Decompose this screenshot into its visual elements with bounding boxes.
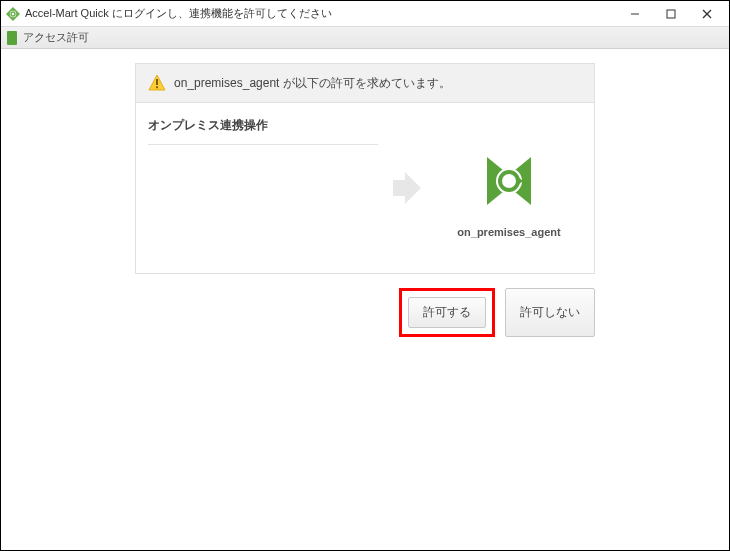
svg-rect-8 bbox=[156, 79, 158, 85]
content-area: on_premises_agent が以下の許可を求めています。 オンプレミス連… bbox=[1, 53, 729, 550]
permission-dialog: on_premises_agent が以下の許可を求めています。 オンプレミス連… bbox=[135, 63, 595, 274]
window-titlebar: Accel-Mart Quick にログインし、連携機能を許可してください bbox=[1, 1, 729, 27]
window-controls bbox=[617, 3, 725, 25]
permission-list: オンプレミス連携操作 bbox=[136, 103, 390, 273]
highlight-allow: 許可する bbox=[399, 288, 495, 337]
svg-rect-9 bbox=[156, 86, 158, 88]
sub-toolbar-label: アクセス許可 bbox=[23, 30, 89, 45]
window-title: Accel-Mart Quick にログインし、連携機能を許可してください bbox=[25, 6, 617, 21]
agent-name: on_premises_agent bbox=[457, 226, 560, 238]
permission-item: オンプレミス連携操作 bbox=[148, 117, 378, 145]
allow-button[interactable]: 許可する bbox=[408, 297, 486, 328]
deny-button[interactable]: 許可しない bbox=[505, 288, 595, 337]
svg-marker-10 bbox=[393, 172, 421, 204]
sub-toolbar: アクセス許可 bbox=[1, 27, 729, 49]
close-button[interactable] bbox=[689, 3, 725, 25]
dialog-header: on_premises_agent が以下の許可を求めています。 bbox=[136, 64, 594, 103]
app-icon bbox=[5, 6, 21, 22]
dialog-button-row: 許可する 許可しない bbox=[135, 288, 595, 337]
agent-panel: on_premises_agent bbox=[424, 103, 594, 273]
minimize-button[interactable] bbox=[617, 3, 653, 25]
svg-rect-4 bbox=[667, 10, 675, 18]
dialog-request-text: on_premises_agent が以下の許可を求めています。 bbox=[174, 75, 451, 92]
warning-icon bbox=[148, 74, 166, 92]
permission-icon bbox=[7, 31, 17, 45]
arrow-icon bbox=[390, 103, 424, 273]
maximize-button[interactable] bbox=[653, 3, 689, 25]
dialog-body: オンプレミス連携操作 on_premises_agent bbox=[136, 103, 594, 273]
agent-logo-icon bbox=[477, 149, 541, 216]
